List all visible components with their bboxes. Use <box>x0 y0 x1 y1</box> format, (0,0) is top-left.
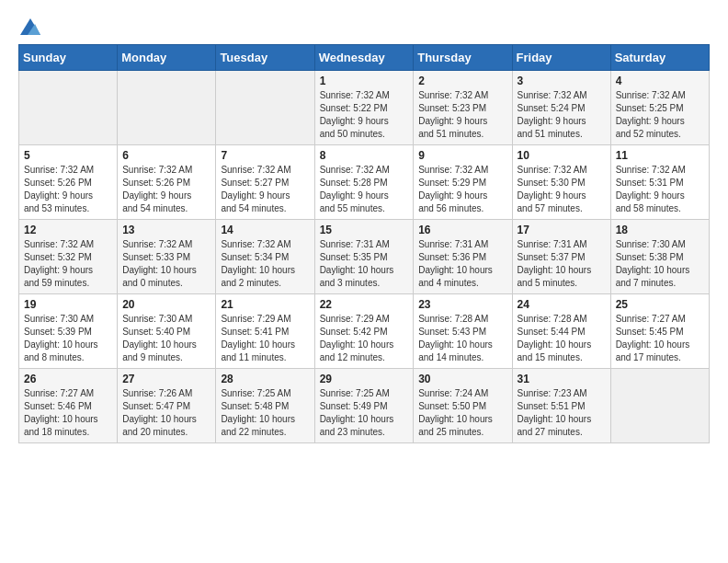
day-info: Sunrise: 7:32 AM Sunset: 5:32 PM Dayligh… <box>24 238 112 290</box>
calendar-cell <box>118 71 216 145</box>
day-number: 3 <box>518 75 606 87</box>
day-info: Sunrise: 7:32 AM Sunset: 5:33 PM Dayligh… <box>122 238 210 290</box>
day-info: Sunrise: 7:28 AM Sunset: 5:43 PM Dayligh… <box>418 313 506 364</box>
calendar-cell: 22Sunrise: 7:29 AM Sunset: 5:42 PM Dayli… <box>314 294 414 369</box>
header-monday: Monday <box>118 45 216 71</box>
week-row-2: 5Sunrise: 7:32 AM Sunset: 5:26 PM Daylig… <box>19 145 710 220</box>
day-number: 1 <box>320 75 409 87</box>
day-info: Sunrise: 7:23 AM Sunset: 5:51 PM Dayligh… <box>518 387 606 439</box>
day-info: Sunrise: 7:29 AM Sunset: 5:42 PM Dayligh… <box>320 313 409 364</box>
day-info: Sunrise: 7:32 AM Sunset: 5:29 PM Dayligh… <box>418 164 506 215</box>
day-info: Sunrise: 7:25 AM Sunset: 5:49 PM Dayligh… <box>320 387 409 439</box>
day-info: Sunrise: 7:32 AM Sunset: 5:28 PM Dayligh… <box>320 164 409 215</box>
calendar-cell: 3Sunrise: 7:32 AM Sunset: 5:24 PM Daylig… <box>512 71 610 145</box>
calendar-cell: 17Sunrise: 7:31 AM Sunset: 5:37 PM Dayli… <box>512 220 610 294</box>
day-number: 28 <box>221 373 309 385</box>
day-number: 19 <box>24 298 112 311</box>
calendar-cell: 21Sunrise: 7:29 AM Sunset: 5:41 PM Dayli… <box>216 294 314 369</box>
calendar-cell: 29Sunrise: 7:25 AM Sunset: 5:49 PM Dayli… <box>314 369 414 443</box>
day-info: Sunrise: 7:32 AM Sunset: 5:23 PM Dayligh… <box>418 89 506 141</box>
calendar-cell: 8Sunrise: 7:32 AM Sunset: 5:28 PM Daylig… <box>314 145 414 220</box>
calendar-cell: 10Sunrise: 7:32 AM Sunset: 5:30 PM Dayli… <box>512 145 610 220</box>
calendar-cell: 26Sunrise: 7:27 AM Sunset: 5:46 PM Dayli… <box>19 369 118 443</box>
day-number: 6 <box>122 149 210 162</box>
day-info: Sunrise: 7:25 AM Sunset: 5:48 PM Dayligh… <box>221 387 309 439</box>
calendar-cell: 25Sunrise: 7:27 AM Sunset: 5:45 PM Dayli… <box>610 294 709 369</box>
calendar-cell: 19Sunrise: 7:30 AM Sunset: 5:39 PM Dayli… <box>19 294 118 369</box>
calendar-cell: 24Sunrise: 7:28 AM Sunset: 5:44 PM Dayli… <box>512 294 610 369</box>
calendar-cell <box>216 71 314 145</box>
day-info: Sunrise: 7:31 AM Sunset: 5:35 PM Dayligh… <box>320 238 409 290</box>
day-number: 20 <box>122 298 210 311</box>
day-number: 8 <box>320 149 409 162</box>
week-row-3: 12Sunrise: 7:32 AM Sunset: 5:32 PM Dayli… <box>19 220 710 294</box>
day-info: Sunrise: 7:32 AM Sunset: 5:26 PM Dayligh… <box>24 164 112 215</box>
day-info: Sunrise: 7:29 AM Sunset: 5:41 PM Dayligh… <box>221 313 309 364</box>
day-info: Sunrise: 7:32 AM Sunset: 5:30 PM Dayligh… <box>518 164 606 215</box>
day-number: 17 <box>518 224 606 236</box>
day-number: 4 <box>616 75 704 87</box>
day-info: Sunrise: 7:32 AM Sunset: 5:34 PM Dayligh… <box>221 238 309 290</box>
day-info: Sunrise: 7:28 AM Sunset: 5:44 PM Dayligh… <box>518 313 606 364</box>
calendar-cell: 11Sunrise: 7:32 AM Sunset: 5:31 PM Dayli… <box>610 145 709 220</box>
day-info: Sunrise: 7:27 AM Sunset: 5:45 PM Dayligh… <box>616 313 704 364</box>
header-thursday: Thursday <box>414 45 512 71</box>
calendar-cell: 5Sunrise: 7:32 AM Sunset: 5:26 PM Daylig… <box>19 145 118 220</box>
calendar-cell: 23Sunrise: 7:28 AM Sunset: 5:43 PM Dayli… <box>414 294 512 369</box>
header-tuesday: Tuesday <box>216 45 314 71</box>
day-number: 25 <box>616 298 704 311</box>
day-info: Sunrise: 7:30 AM Sunset: 5:40 PM Dayligh… <box>122 313 210 364</box>
logo-icon <box>20 18 40 35</box>
calendar-cell: 30Sunrise: 7:24 AM Sunset: 5:50 PM Dayli… <box>414 369 512 443</box>
day-number: 24 <box>518 298 606 311</box>
day-info: Sunrise: 7:32 AM Sunset: 5:25 PM Dayligh… <box>616 89 704 141</box>
calendar-table: SundayMondayTuesdayWednesdayThursdayFrid… <box>18 44 710 443</box>
day-number: 5 <box>24 149 112 162</box>
header-sunday: Sunday <box>19 45 118 71</box>
day-number: 26 <box>24 373 112 385</box>
calendar-header-row: SundayMondayTuesdayWednesdayThursdayFrid… <box>19 45 710 71</box>
day-info: Sunrise: 7:31 AM Sunset: 5:37 PM Dayligh… <box>518 238 606 290</box>
header-friday: Friday <box>512 45 610 71</box>
calendar-cell: 13Sunrise: 7:32 AM Sunset: 5:33 PM Dayli… <box>118 220 216 294</box>
day-info: Sunrise: 7:24 AM Sunset: 5:50 PM Dayligh… <box>418 387 506 439</box>
day-info: Sunrise: 7:32 AM Sunset: 5:22 PM Dayligh… <box>320 89 409 141</box>
day-info: Sunrise: 7:32 AM Sunset: 5:24 PM Dayligh… <box>518 89 606 141</box>
calendar-cell: 14Sunrise: 7:32 AM Sunset: 5:34 PM Dayli… <box>216 220 314 294</box>
calendar-cell: 2Sunrise: 7:32 AM Sunset: 5:23 PM Daylig… <box>414 71 512 145</box>
day-info: Sunrise: 7:30 AM Sunset: 5:38 PM Dayligh… <box>616 238 704 290</box>
day-number: 9 <box>418 149 506 162</box>
day-number: 13 <box>122 224 210 236</box>
calendar-cell: 6Sunrise: 7:32 AM Sunset: 5:26 PM Daylig… <box>118 145 216 220</box>
header-saturday: Saturday <box>610 45 709 71</box>
day-number: 2 <box>418 75 506 87</box>
calendar-cell: 28Sunrise: 7:25 AM Sunset: 5:48 PM Dayli… <box>216 369 314 443</box>
day-number: 22 <box>320 298 409 311</box>
day-info: Sunrise: 7:27 AM Sunset: 5:46 PM Dayligh… <box>24 387 112 439</box>
day-number: 12 <box>24 224 112 236</box>
day-number: 27 <box>122 373 210 385</box>
calendar-cell <box>610 369 709 443</box>
calendar-cell: 12Sunrise: 7:32 AM Sunset: 5:32 PM Dayli… <box>19 220 118 294</box>
day-info: Sunrise: 7:32 AM Sunset: 5:26 PM Dayligh… <box>122 164 210 215</box>
day-info: Sunrise: 7:26 AM Sunset: 5:47 PM Dayligh… <box>122 387 210 439</box>
day-number: 21 <box>221 298 309 311</box>
calendar-cell: 18Sunrise: 7:30 AM Sunset: 5:38 PM Dayli… <box>610 220 709 294</box>
day-info: Sunrise: 7:31 AM Sunset: 5:36 PM Dayligh… <box>418 238 506 290</box>
calendar-cell: 15Sunrise: 7:31 AM Sunset: 5:35 PM Dayli… <box>314 220 414 294</box>
page-header <box>18 18 710 35</box>
calendar-cell: 7Sunrise: 7:32 AM Sunset: 5:27 PM Daylig… <box>216 145 314 220</box>
week-row-5: 26Sunrise: 7:27 AM Sunset: 5:46 PM Dayli… <box>19 369 710 443</box>
header-wednesday: Wednesday <box>314 45 414 71</box>
calendar-cell: 16Sunrise: 7:31 AM Sunset: 5:36 PM Dayli… <box>414 220 512 294</box>
day-number: 7 <box>221 149 309 162</box>
day-number: 11 <box>616 149 704 162</box>
day-number: 30 <box>418 373 506 385</box>
day-number: 15 <box>320 224 409 236</box>
week-row-1: 1Sunrise: 7:32 AM Sunset: 5:22 PM Daylig… <box>19 71 710 145</box>
day-number: 14 <box>221 224 309 236</box>
day-number: 23 <box>418 298 506 311</box>
calendar-cell: 4Sunrise: 7:32 AM Sunset: 5:25 PM Daylig… <box>610 71 709 145</box>
calendar-cell: 9Sunrise: 7:32 AM Sunset: 5:29 PM Daylig… <box>414 145 512 220</box>
day-info: Sunrise: 7:32 AM Sunset: 5:27 PM Dayligh… <box>221 164 309 215</box>
